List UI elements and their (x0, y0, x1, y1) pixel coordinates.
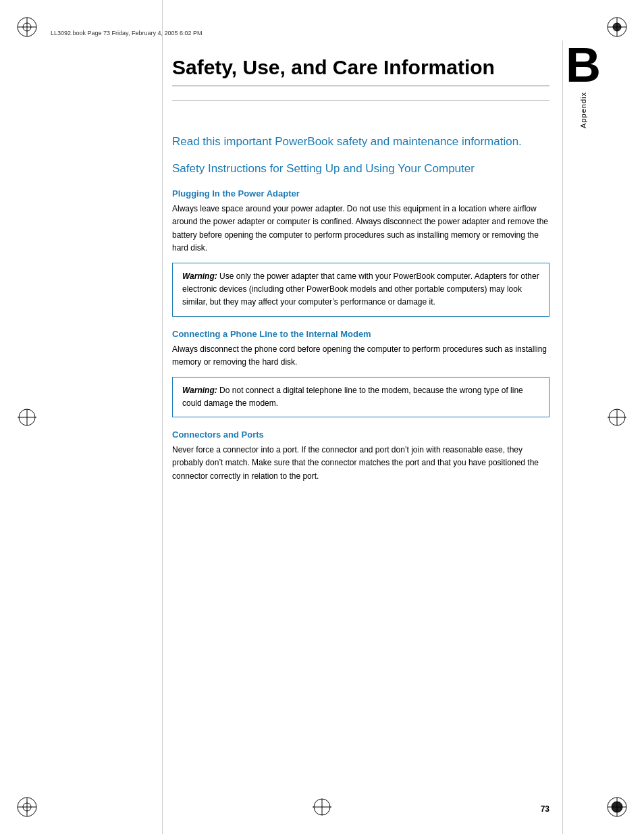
reg-mark-bl (15, 795, 39, 819)
appendix-letter: B (566, 41, 601, 89)
warning-label-phone: Warning: (182, 386, 217, 395)
reg-mark-tr (605, 15, 629, 39)
right-rule (562, 41, 563, 834)
reg-mark-bm (310, 795, 334, 819)
body-text-phone: Always disconnect the phone cord before … (172, 343, 549, 369)
spacer (172, 101, 549, 134)
reg-mark-tl (15, 15, 39, 39)
warning-box-phone: Warning: Do not connect a digital teleph… (172, 377, 549, 417)
reg-mark-br (605, 795, 629, 819)
meta-line: LL3092.book Page 73 Friday, February 4, … (51, 30, 202, 36)
page: LL3092.book Page 73 Friday, February 4, … (0, 0, 644, 834)
page-title: Safety, Use, and Care Information (172, 55, 549, 86)
intro-heading: Read this important PowerBook safety and… (172, 134, 549, 149)
warning-box-plugging: Warning: Use only the power adapter that… (172, 263, 549, 317)
warning-label-plugging: Warning: (182, 271, 217, 281)
warning-text-plugging: Use only the power adapter that came wit… (182, 271, 539, 307)
sub-heading-connectors: Connectors and Ports (172, 429, 549, 440)
appendix-sidebar: B Appendix (563, 41, 603, 128)
main-content: Safety, Use, and Care Information Read t… (172, 47, 549, 780)
warning-text-phone: Do not connect a digital telephone line … (182, 386, 523, 408)
reg-mark-mr (605, 405, 629, 429)
sub-heading-phone: Connecting a Phone Line to the Internal … (172, 329, 549, 339)
body-text-connectors: Never force a connector into a port. If … (172, 444, 549, 483)
title-area: Safety, Use, and Care Information (172, 47, 549, 101)
left-rule (162, 0, 163, 834)
sub-heading-plugging: Plugging In the Power Adapter (172, 188, 549, 199)
section-heading: Safety Instructions for Setting Up and U… (172, 161, 549, 176)
reg-mark-ml (15, 405, 39, 429)
appendix-label: Appendix (579, 92, 587, 128)
body-text-plugging: Always leave space around your power ada… (172, 203, 549, 255)
page-number: 73 (541, 804, 549, 814)
